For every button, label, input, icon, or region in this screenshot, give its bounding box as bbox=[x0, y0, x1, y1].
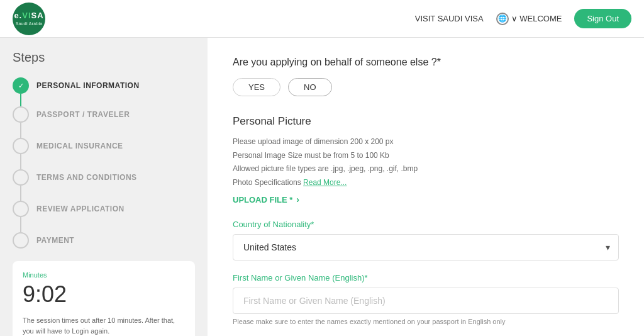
upload-info-line4: Photo Specifications bbox=[233, 178, 301, 187]
timer-value: 9:02 bbox=[23, 281, 185, 308]
visit-saudi-label: VISIT SAUDI VISA bbox=[415, 14, 484, 23]
upload-file-link[interactable]: UPLOAD FILE * › bbox=[233, 194, 619, 204]
first-name-note: Please make sure to enter the names exac… bbox=[233, 318, 619, 325]
step-divider-1 bbox=[20, 94, 21, 106]
behalf-question: Are you applying on behalf of someone el… bbox=[233, 57, 619, 68]
step-connector-2 bbox=[20, 123, 21, 138]
header: e.VISA Saudi Arabia VISIT SAUDI VISA 🌐 ∨… bbox=[0, 0, 644, 38]
read-more-link[interactable]: Read More... bbox=[303, 178, 347, 187]
step-circle-payment bbox=[13, 232, 29, 249]
no-button[interactable]: NO bbox=[288, 78, 332, 96]
first-name-label: First Name or Given Name (English)* bbox=[233, 273, 619, 283]
main-layout: Steps ✓ PERSONAL INFORMATION PASSPORT / … bbox=[0, 38, 644, 336]
first-name-input[interactable] bbox=[233, 288, 619, 314]
personal-picture-title: Personal Picture bbox=[233, 115, 619, 128]
step-connector-3 bbox=[20, 154, 21, 169]
step-item-review-application[interactable]: REVIEW APPLICATION bbox=[13, 201, 195, 217]
step-item-personal-information[interactable]: ✓ PERSONAL INFORMATION bbox=[13, 77, 195, 94]
welcome-label: ∨ WELCOME bbox=[511, 14, 562, 23]
upload-file-label: UPLOAD FILE * bbox=[233, 195, 292, 204]
step-item-medical-insurance[interactable]: MEDICAL INSURANCE bbox=[13, 138, 195, 154]
globe-icon: 🌐 bbox=[496, 13, 509, 25]
step-label-passport-traveler: PASSPORT / TRAVELER bbox=[36, 110, 130, 119]
step-circle-medical-insurance bbox=[13, 138, 29, 154]
step-label-personal-information: PERSONAL INFORMATION bbox=[36, 81, 140, 90]
upload-info-block: Please upload image of dimension 200 x 2… bbox=[233, 135, 619, 189]
logo: e.VISA Saudi Arabia bbox=[13, 3, 45, 35]
step-label-review-application: REVIEW APPLICATION bbox=[36, 204, 125, 213]
steps-title: Steps bbox=[13, 50, 195, 65]
logo-icon: e.VISA Saudi Arabia bbox=[13, 3, 45, 35]
content-area: Are you applying on behalf of someone el… bbox=[208, 38, 644, 336]
behalf-radio-group: YES NO bbox=[233, 78, 619, 96]
step-circle-personal-information: ✓ bbox=[13, 77, 29, 94]
country-select[interactable]: United States bbox=[233, 234, 619, 260]
step-connector-5 bbox=[20, 217, 21, 232]
step-item-payment[interactable]: PAYMENT bbox=[13, 232, 195, 249]
country-label: Country of Nationality* bbox=[233, 220, 619, 229]
language-selector[interactable]: 🌐 ∨ WELCOME bbox=[496, 13, 562, 25]
step-circle-passport-traveler bbox=[13, 106, 29, 123]
timer-card: Minutes 9:02 The session times out after… bbox=[13, 261, 195, 336]
upload-info-line3: Allowed picture file types are .jpg, .jp… bbox=[233, 164, 418, 173]
timer-label: Minutes bbox=[23, 271, 185, 279]
step-connector-4 bbox=[20, 186, 21, 201]
step-label-medical-insurance: MEDICAL INSURANCE bbox=[36, 142, 123, 150]
upload-info-line1: Please upload image of dimension 200 x 2… bbox=[233, 137, 394, 146]
step-circle-review-application bbox=[13, 201, 29, 217]
step-label-payment: PAYMENT bbox=[36, 236, 74, 245]
step-item-terms-conditions[interactable]: TERMS AND CONDITIONS bbox=[13, 169, 195, 186]
sidebar: Steps ✓ PERSONAL INFORMATION PASSPORT / … bbox=[0, 38, 208, 336]
timer-description: The session times out after 10 minutes. … bbox=[23, 315, 185, 336]
upload-info-line2: Personal Image Size must be from 5 to 10… bbox=[233, 151, 389, 160]
step-circle-terms-conditions bbox=[13, 169, 29, 186]
yes-button[interactable]: YES bbox=[233, 78, 280, 96]
step-item-passport-traveler[interactable]: PASSPORT / TRAVELER bbox=[13, 106, 195, 123]
upload-arrow-icon: › bbox=[296, 194, 299, 204]
country-select-wrapper: United States ▾ bbox=[233, 234, 619, 260]
step-label-terms-conditions: TERMS AND CONDITIONS bbox=[36, 173, 137, 182]
header-right: VISIT SAUDI VISA 🌐 ∨ WELCOME Sign Out bbox=[415, 9, 631, 28]
signout-button[interactable]: Sign Out bbox=[574, 9, 631, 28]
